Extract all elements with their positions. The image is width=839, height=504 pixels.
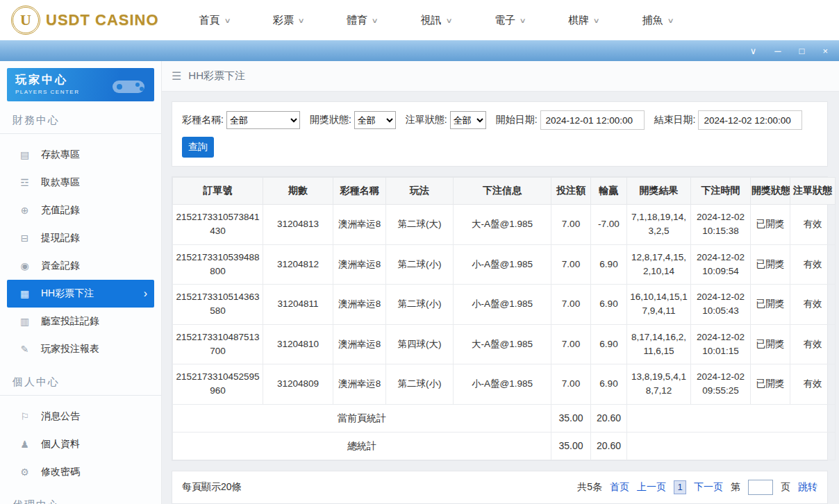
bets-table: 訂單號 期數 彩種名稱 玩法 下注信息 投注額 輸贏 開獎結果 下注時間 開獎狀… [172, 177, 836, 460]
main-nav: 首頁 ∨ 彩票 ∨ 體育 ∨ 視訊 ∨ 電子 ∨ 棋牌 ∨ 捕魚 ∨ [199, 14, 673, 27]
nav-item-cards[interactable]: 棋牌 ∨ [568, 14, 599, 27]
withdraw-icon: ☲ [19, 177, 31, 188]
jump-label-pre: 第 [731, 481, 740, 494]
bets-table-panel: 訂單號 期數 彩種名稱 玩法 下注信息 投注額 輸贏 開獎結果 下注時間 開獎狀… [172, 176, 828, 461]
gear-icon: ⚙ [19, 467, 31, 478]
cell-time: 2024-12-02 10:05:43 [691, 285, 751, 325]
bet-status-select[interactable]: 全部 [450, 111, 486, 129]
col-lottery: 彩種名稱 [333, 178, 386, 205]
cell-period: 31204810 [263, 324, 333, 364]
draw-status-select[interactable]: 全部 [354, 111, 396, 129]
nav-item-video[interactable]: 視訊 ∨ [421, 14, 451, 27]
withdraw-record-icon: ⊟ [19, 233, 31, 244]
lottery-name-select[interactable]: 全部 [226, 111, 300, 129]
page-jump-input[interactable] [748, 480, 773, 495]
cell-result: 12,8,17,4,15,2,10,14 [627, 244, 691, 285]
gamepad-icon [108, 72, 149, 99]
cell-winloss: 6.90 [591, 364, 627, 405]
cell-amount: 7.00 [551, 205, 591, 245]
brand-name: USDT CASINO [46, 11, 159, 29]
col-amount: 投注額 [551, 178, 591, 205]
minimize-icon[interactable]: ─ [774, 47, 781, 56]
nav-label: 視訊 [421, 14, 442, 27]
col-order: 訂單號 [173, 178, 263, 205]
current-page-badge[interactable]: 1 [674, 480, 686, 494]
first-page-link[interactable]: 首页 [610, 481, 629, 494]
cell-bet-status: 有效 [790, 244, 836, 285]
end-date-input[interactable] [698, 110, 802, 130]
bet-report-icon: ✎ [19, 344, 31, 355]
start-date-input[interactable] [540, 110, 645, 130]
next-page-link[interactable]: 下一页 [694, 481, 723, 494]
filter-panel: 彩種名稱: 全部 開獎狀態: 全部 注單狀態: 全部 開始日期: 結束日期: 查… [172, 101, 828, 167]
nav-item-fishing[interactable]: 捕魚 ∨ [642, 14, 673, 27]
sidebar-item-funds-record[interactable]: ◉ 資金記錄 [7, 252, 154, 280]
sidebar-item-announcements[interactable]: ⚐ 消息公告 [7, 403, 154, 430]
nav-item-sports[interactable]: 體育 ∨ [347, 14, 377, 27]
cell-draw-status: 已開獎 [751, 364, 790, 405]
nav-item-home[interactable]: 首頁 ∨ [199, 14, 230, 27]
collapse-icon[interactable]: ∨ [750, 47, 757, 56]
sidebar-item-hall-bet-record[interactable]: ▥ 廳室投註記錄 [7, 308, 154, 335]
cell-lottery: 澳洲幸运8 [333, 285, 386, 325]
sidebar-item-withdraw[interactable]: ☲ 取款專區 [7, 169, 154, 196]
cell-period: 31204812 [263, 244, 333, 285]
table-row: 2152173310452595960 31204809 澳洲幸运8 第二球(小… [173, 364, 836, 405]
section-title-personal: 個人中心 [0, 366, 161, 396]
cell-amount: 7.00 [551, 244, 591, 285]
sidebar-item-recharge-record[interactable]: ⊕ 充值記錄 [7, 196, 154, 224]
search-button[interactable]: 查詢 [182, 137, 214, 158]
chevron-down-icon: ∨ [519, 17, 526, 24]
cell-draw-status: 已開獎 [751, 285, 790, 325]
sidebar-item-profile[interactable]: ♟ 個人資料 [7, 430, 154, 458]
cell-winloss: 6.90 [591, 244, 627, 285]
cell-draw-status: 已開獎 [751, 244, 790, 285]
brand-logo: U USDT CASINO [11, 6, 159, 35]
cell-time: 2024-12-02 09:55:25 [691, 364, 751, 405]
col-winloss: 輸贏 [591, 178, 627, 205]
cell-lottery: 澳洲幸运8 [333, 324, 386, 364]
summary-empty [627, 432, 836, 460]
hall-bet-record-icon: ▥ [19, 316, 31, 327]
casino-logo-icon: U [11, 6, 40, 35]
summary-label: 當前頁統計 [173, 404, 551, 432]
table-header-row: 訂單號 期數 彩種名稱 玩法 下注信息 投注額 輸贏 開獎結果 下注時間 開獎狀… [173, 178, 836, 205]
menu-icon[interactable]: ☰ [172, 69, 181, 83]
lottery-name-label: 彩種名稱: [182, 114, 224, 126]
sidebar-item-change-password[interactable]: ⚙ 修改密碼 [7, 458, 154, 486]
summary-row-total: 總統計 35.00 20.60 [173, 432, 836, 460]
window-title-bar: ∨ ─ □ × [0, 40, 839, 61]
lottery-bet-icon: ▦ [19, 288, 31, 299]
sidebar-item-hh-lottery-bets[interactable]: ▦ HH彩票下注 › [7, 280, 154, 308]
cell-play: 第二球(小) [386, 364, 454, 405]
start-date-label: 開始日期: [496, 114, 538, 126]
user-icon: ♟ [19, 439, 31, 450]
col-bet-status: 注單狀態 [790, 178, 836, 205]
nav-label: 棋牌 [568, 14, 589, 27]
maximize-icon[interactable]: □ [799, 47, 805, 56]
cell-winloss: 6.90 [591, 324, 627, 364]
nav-label: 彩票 [273, 14, 294, 27]
chevron-down-icon: ∨ [224, 17, 231, 24]
sidebar-item-withdraw-record[interactable]: ⊟ 提現記錄 [7, 224, 154, 252]
cell-bet-info: 小-A盤@1.985 [454, 364, 551, 405]
summary-amount: 35.00 [551, 432, 591, 460]
sidebar-item-deposit[interactable]: ▤ 存款專區 [7, 141, 154, 169]
sidebar-item-player-bet-report[interactable]: ✎ 玩家投注報表 [7, 335, 154, 363]
close-icon[interactable]: × [822, 47, 828, 56]
nav-item-slots[interactable]: 電子 ∨ [495, 14, 525, 27]
chevron-down-icon: ∨ [445, 17, 452, 24]
prev-page-link[interactable]: 上一页 [637, 481, 666, 494]
cell-period: 31204809 [263, 364, 333, 405]
col-result: 開獎結果 [627, 178, 691, 205]
jump-button[interactable]: 跳转 [798, 481, 817, 494]
page-title: HH彩票下注 [188, 69, 245, 83]
cell-winloss: -7.00 [591, 205, 627, 245]
page-size-label: 每頁顯示20條 [182, 481, 242, 494]
chevron-down-icon: ∨ [593, 17, 600, 24]
cell-lottery: 澳洲幸运8 [333, 244, 386, 285]
table-row: 2152173310487513700 31204810 澳洲幸运8 第四球(大… [173, 324, 836, 364]
cell-draw-status: 已開獎 [751, 324, 790, 364]
nav-item-lottery[interactable]: 彩票 ∨ [273, 14, 304, 27]
cell-amount: 7.00 [551, 364, 591, 405]
